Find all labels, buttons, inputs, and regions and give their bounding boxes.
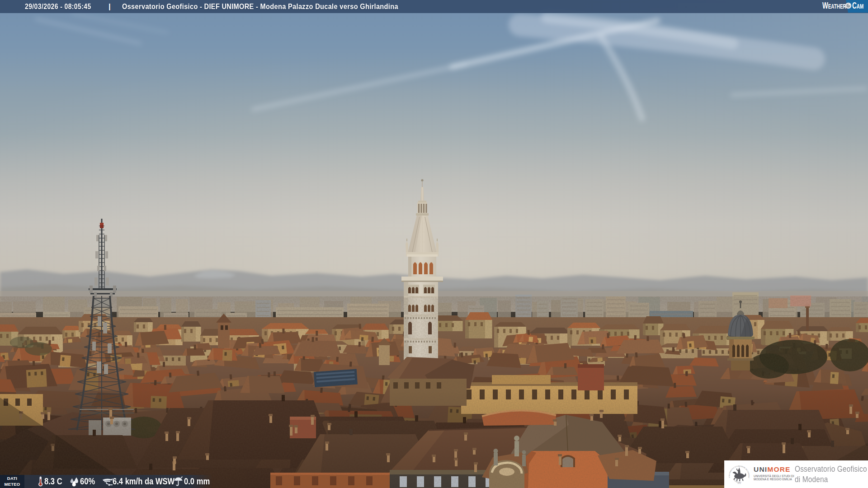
svg-text:WEATHER: WEATHER bbox=[822, 0, 846, 11]
svg-text:1175: 1175 bbox=[737, 483, 741, 484]
